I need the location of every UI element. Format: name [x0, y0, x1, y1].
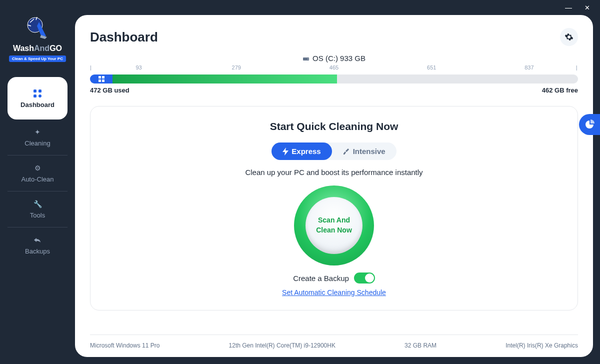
gear-icon: [564, 32, 574, 42]
nav-backups[interactable]: Backups: [8, 228, 68, 263]
drive-icon: [302, 56, 310, 62]
scan-clean-button[interactable]: Scan And Clean Now: [294, 186, 374, 266]
sparkle-icon: ✦: [8, 126, 68, 138]
disk-label: OS (C:) 933 GB: [90, 54, 578, 62]
footer-gpu: Intel(R) Iris(R) Xe Graphics: [506, 342, 578, 349]
disk-free-label: 462 GB free: [542, 86, 578, 94]
nav-tools[interactable]: 🔧 Tools: [8, 192, 68, 228]
svg-rect-1: [34, 90, 36, 92]
windows-icon: [98, 76, 104, 82]
pie-chart-icon: [584, 120, 594, 130]
svg-point-6: [308, 58, 308, 60]
schedule-link[interactable]: Set Automatic Cleaning Schedule: [282, 288, 386, 296]
used-segment: [112, 74, 337, 84]
disk-ruler: | 93 279 465 651 837 |: [90, 64, 578, 74]
dashboard-icon: [8, 88, 68, 99]
nav-auto-clean[interactable]: ⚙ Auto-Clean: [8, 156, 68, 192]
svg-rect-9: [98, 80, 101, 82]
app-logo-icon: [24, 15, 50, 40]
footer-os: Microsoft Windows 11 Pro: [90, 342, 160, 349]
nav-label: Auto-Clean: [8, 176, 68, 183]
nav-cleaning[interactable]: ✦ Cleaning: [8, 120, 68, 156]
backup-label: Create a Backup: [293, 274, 349, 282]
nav-label: Cleaning: [8, 140, 68, 147]
footer-cpu: 12th Gen Intel(R) Core(TM) i9-12900HK: [229, 342, 336, 349]
undo-icon: [8, 234, 68, 246]
broom-icon: [343, 148, 350, 155]
os-segment: [90, 74, 112, 84]
svg-rect-10: [102, 80, 104, 82]
close-button[interactable]: ✕: [584, 4, 590, 12]
wrench-icon: 🔧: [8, 198, 68, 210]
backup-toggle[interactable]: [354, 272, 375, 284]
card-description: Clean up your PC and boost its performan…: [106, 168, 562, 176]
tab-express[interactable]: Express: [272, 142, 332, 160]
svg-rect-8: [102, 76, 104, 78]
disk-used-label: 472 GB used: [90, 86, 130, 94]
nav-label: Tools: [8, 212, 68, 219]
sidebar: WashAndGO Clean & Speed Up Your PC Dashb…: [0, 0, 75, 364]
main-panel: Dashboard OS (C:) 933 GB | 93 279 465 65…: [75, 15, 593, 357]
brand-name: WashAndGO: [0, 44, 75, 53]
mode-segment: Express Intensive: [272, 142, 396, 160]
nav-label: Backups: [8, 248, 68, 255]
svg-rect-3: [34, 94, 36, 98]
minimize-button[interactable]: —: [565, 4, 572, 12]
nav-label: Dashboard: [8, 101, 68, 108]
svg-point-4: [38, 94, 42, 98]
nav-dashboard[interactable]: Dashboard: [8, 77, 68, 120]
svg-rect-2: [38, 90, 42, 92]
disk-usage-bar: [90, 74, 578, 84]
brand-tagline: Clean & Speed Up Your PC: [9, 56, 66, 62]
footer-ram: 32 GB RAM: [404, 342, 436, 349]
quick-clean-card: Start Quick Cleaning Now Express Intensi…: [90, 106, 578, 310]
gear-icon: ⚙: [8, 162, 68, 174]
tab-intensive[interactable]: Intensive: [332, 142, 396, 160]
bolt-icon: [282, 148, 288, 156]
page-title: Dashboard: [90, 30, 158, 45]
stats-fab[interactable]: [579, 114, 600, 135]
svg-rect-7: [98, 76, 101, 78]
settings-button[interactable]: [560, 28, 578, 46]
system-info-footer: Microsoft Windows 11 Pro 12th Gen Intel(…: [90, 334, 578, 349]
card-heading: Start Quick Cleaning Now: [106, 120, 562, 132]
scan-button-label: Scan And Clean Now: [306, 197, 362, 254]
